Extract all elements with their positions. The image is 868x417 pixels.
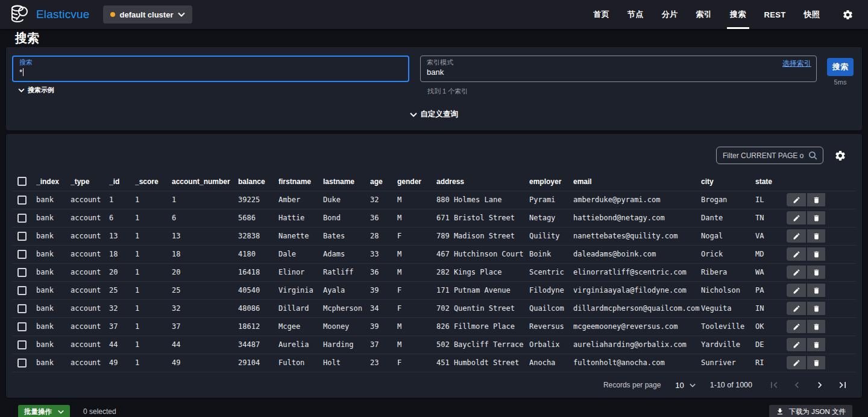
row-checkbox[interactable] [17, 268, 27, 277]
row-checkbox[interactable] [17, 322, 27, 331]
nav-item-5[interactable]: REST [755, 0, 795, 29]
nav-item-4[interactable]: 搜索 [721, 0, 755, 29]
edit-document-button[interactable] [787, 320, 806, 333]
row-checkbox[interactable] [17, 232, 27, 241]
column-header-_type[interactable]: _type [71, 173, 109, 191]
search-submit-button[interactable]: 搜索 [827, 58, 854, 76]
edit-document-button[interactable] [787, 247, 806, 261]
table-row[interactable]: bankaccount4414434487AureliaHarding37M50… [12, 336, 856, 354]
table-row[interactable]: bankaccount11139225AmberDuke32M880 Holme… [12, 191, 856, 209]
cell-city: Ribera [701, 263, 755, 281]
cell-_type: account [71, 317, 109, 336]
nav-item-0[interactable]: 首页 [584, 0, 618, 29]
cell-account_number: 18 [172, 245, 238, 263]
cell-state: IN [755, 299, 787, 317]
download-json-button[interactable]: 下载为 JSON 文件 [769, 405, 852, 417]
column-header-_score[interactable]: _score [135, 173, 172, 191]
column-header-employer[interactable]: employer [529, 173, 573, 191]
cluster-selector[interactable]: default cluster [103, 5, 193, 24]
column-header-_index[interactable]: _index [36, 173, 71, 191]
table-row[interactable]: bankaccount3713718612McgeeMooney39M826 F… [12, 317, 856, 336]
custom-query-toggle[interactable]: 自定义查询 [410, 109, 458, 119]
table-row[interactable]: bankaccount2012016418ElinorRatliff36M282… [12, 263, 856, 281]
column-header-balance[interactable]: balance [238, 173, 278, 191]
delete-document-button[interactable] [806, 356, 825, 369]
delete-document-button[interactable] [806, 338, 825, 351]
previous-page-button[interactable] [790, 378, 804, 392]
chevron-left-icon [791, 379, 803, 391]
last-page-icon [837, 379, 849, 391]
row-checkbox[interactable] [17, 304, 27, 313]
column-header-email[interactable]: email [573, 173, 701, 191]
search-examples-toggle[interactable]: 搜索示例 [18, 86, 54, 95]
table-settings-gear-icon[interactable] [834, 150, 846, 162]
delete-document-button[interactable] [806, 320, 825, 333]
column-header-state[interactable]: state [755, 173, 787, 191]
edit-document-button[interactable] [787, 338, 806, 351]
select-index-link[interactable]: 选择索引 [782, 59, 811, 69]
edit-document-button[interactable] [787, 302, 806, 315]
row-checkbox[interactable] [17, 286, 27, 295]
select-all-checkbox[interactable] [17, 177, 27, 186]
records-per-page-label: Records per page [603, 381, 661, 389]
edit-document-button[interactable] [787, 284, 806, 297]
edit-icon [793, 232, 800, 240]
table-row[interactable]: bankaccount2512540540VirginiaAyala39F171… [12, 281, 856, 299]
records-per-page-select[interactable]: 10 [675, 381, 695, 390]
column-header-lastname[interactable]: lastname [323, 173, 370, 191]
table-row[interactable]: bankaccount4914929104FultonHolt23F451 Hu… [12, 354, 856, 372]
cell-_type: account [71, 263, 109, 281]
row-checkbox[interactable] [17, 214, 27, 223]
column-header-firstname[interactable]: firstname [278, 173, 323, 191]
cell-_id: 37 [109, 317, 135, 336]
last-page-button[interactable] [835, 378, 850, 392]
cell-address: 502 Baycliff Terrace [436, 336, 529, 354]
row-checkbox[interactable] [17, 358, 27, 368]
settings-gear-icon[interactable] [842, 9, 854, 21]
edit-document-button[interactable] [787, 356, 806, 369]
row-checkbox[interactable] [17, 196, 27, 205]
delete-document-button[interactable] [806, 247, 825, 261]
cell-lastname: Mcpherson [323, 299, 370, 317]
nav-item-3[interactable]: 索引 [687, 0, 721, 29]
nav-item-6[interactable]: 快照 [794, 0, 829, 29]
table-row[interactable]: bankaccount181184180DaleAdams33M467 Hutc… [12, 245, 856, 263]
column-header-account_number[interactable]: account_number [172, 173, 238, 191]
edit-document-button[interactable] [787, 266, 806, 279]
delete-icon [813, 341, 820, 349]
delete-document-button[interactable] [806, 302, 825, 315]
delete-document-button[interactable] [806, 229, 825, 243]
search-query-field[interactable]: 搜索 * [12, 56, 409, 82]
cell-_score: 1 [135, 336, 172, 354]
page-title: 搜索 [15, 31, 868, 45]
cell-_id: 20 [109, 263, 135, 281]
filter-input[interactable] [723, 151, 804, 160]
nav-item-2[interactable]: 分片 [653, 0, 687, 29]
row-checkbox[interactable] [17, 340, 27, 349]
first-page-button[interactable] [767, 378, 781, 392]
edit-document-button[interactable] [787, 211, 806, 224]
index-pattern-field[interactable]: 索引模式 bank 选择索引 [420, 56, 817, 82]
edit-document-button[interactable] [787, 193, 806, 206]
cell-email: fultonholt@anocha.com [573, 354, 701, 372]
cell-email: aureliaharding@orbalix.com [573, 336, 701, 354]
row-checkbox[interactable] [17, 250, 27, 259]
nav-item-1[interactable]: 节点 [618, 0, 653, 29]
delete-document-button[interactable] [806, 193, 825, 206]
table-row[interactable]: bankaccount6165686HattieBond36M671 Brist… [12, 209, 856, 227]
bulk-actions-button[interactable]: 批量操作 [18, 405, 70, 417]
cell-_id: 18 [109, 245, 135, 263]
column-header-_id[interactable]: _id [109, 173, 135, 191]
next-page-button[interactable] [813, 378, 827, 392]
table-row[interactable]: bankaccount1311332838NanetteBates28F789 … [12, 227, 856, 245]
edit-document-button[interactable] [787, 229, 806, 243]
delete-document-button[interactable] [806, 211, 825, 224]
column-header-address[interactable]: address [436, 173, 529, 191]
column-header-age[interactable]: age [370, 173, 397, 191]
cell-email: mcgeemooney@reversus.com [573, 317, 701, 336]
table-row[interactable]: bankaccount3213248086DillardMcpherson34F… [12, 299, 856, 317]
delete-document-button[interactable] [806, 266, 825, 279]
column-header-gender[interactable]: gender [397, 173, 436, 191]
delete-document-button[interactable] [806, 284, 825, 297]
column-header-city[interactable]: city [701, 173, 755, 191]
